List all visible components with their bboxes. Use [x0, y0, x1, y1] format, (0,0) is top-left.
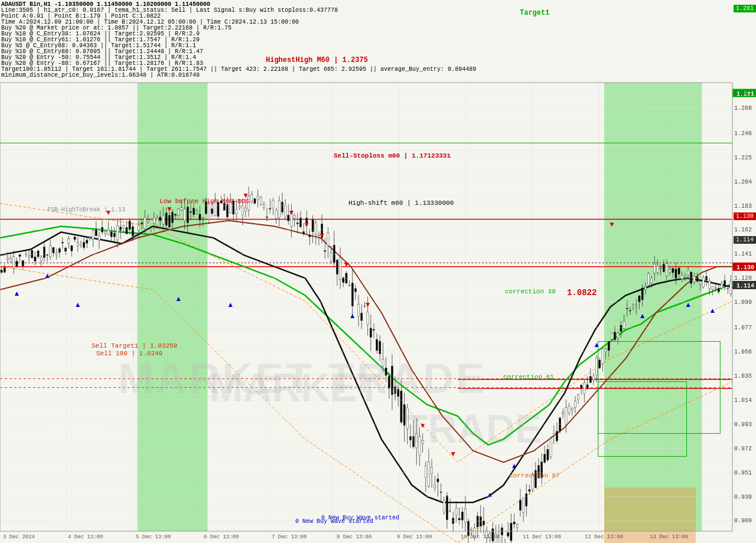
chart-canvas	[0, 0, 756, 543]
chart-container: ADAUSDT Bin,H1 -1.10350000 1.11450000 1.…	[0, 0, 756, 543]
